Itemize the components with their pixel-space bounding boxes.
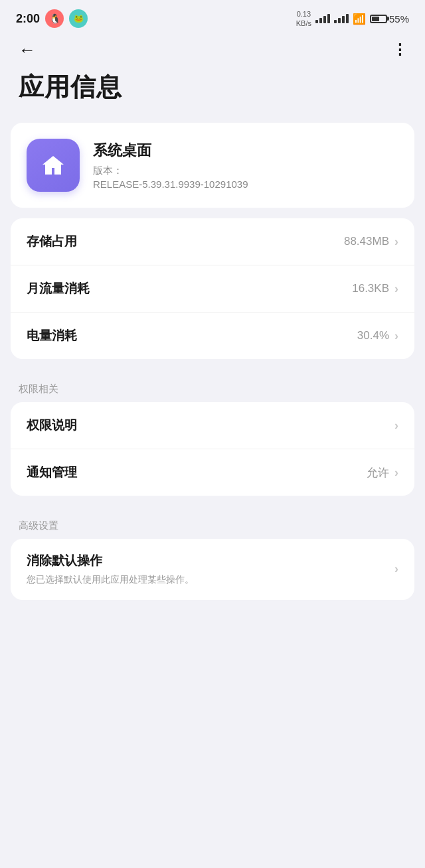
- battery: 55%: [370, 13, 409, 25]
- traffic-label: 月流量消耗: [27, 280, 90, 297]
- network-speed: 0.13 KB/s: [296, 9, 311, 29]
- app-icon: [27, 139, 80, 192]
- traffic-value: 16.3KB: [352, 282, 389, 295]
- storage-right: 88.43MB ›: [344, 235, 398, 249]
- app-version: RELEASE-5.39.31.9939-10291039: [93, 179, 398, 190]
- page-title: 应用信息: [19, 70, 406, 104]
- permissions-desc-row[interactable]: 权限说明 ›: [11, 402, 414, 449]
- info-section: 存储占用 88.43MB › 月流量消耗 16.3KB › 电量消耗 30.4%…: [11, 218, 414, 359]
- bar2: [319, 18, 322, 23]
- more-button[interactable]: ⋮: [392, 41, 406, 58]
- traffic-chevron: ›: [394, 282, 398, 296]
- signal-bars-2: [334, 14, 349, 23]
- permissions-desc-chevron: ›: [394, 419, 398, 433]
- top-nav: ← ⋮: [0, 35, 425, 65]
- permissions-header: 权限相关: [0, 370, 425, 402]
- notification-value: 允许: [367, 465, 389, 480]
- clear-default-content: 消除默认操作 您已选择默认使用此应用处理某些操作。: [27, 552, 394, 587]
- storage-row[interactable]: 存储占用 88.43MB ›: [11, 218, 414, 265]
- status-bar: 2:00 🐧 🐸 0.13 KB/s 📶 55%: [0, 0, 425, 35]
- notification-right: 允许 ›: [367, 465, 398, 480]
- clear-default-desc: 您已选择默认使用此应用处理某些操作。: [27, 573, 394, 587]
- back-button[interactable]: ←: [19, 41, 36, 58]
- battery-percent: 55%: [389, 13, 409, 25]
- traffic-right: 16.3KB ›: [352, 282, 398, 296]
- battery-value: 30.4%: [357, 329, 389, 342]
- time-display: 2:00: [16, 12, 40, 26]
- avatar-2: 🐸: [69, 9, 88, 28]
- battery-row[interactable]: 电量消耗 30.4% ›: [11, 312, 414, 359]
- avatar-1: 🐧: [45, 9, 64, 28]
- notification-label: 通知管理: [27, 464, 77, 481]
- advanced-section: 消除默认操作 您已选择默认使用此应用处理某些操作。 ›: [11, 539, 414, 600]
- notification-chevron: ›: [394, 466, 398, 480]
- battery-label: 电量消耗: [27, 327, 77, 344]
- battery-right: 30.4% ›: [357, 329, 398, 343]
- page-title-container: 应用信息: [0, 65, 425, 123]
- status-right: 0.13 KB/s 📶 55%: [296, 9, 409, 29]
- status-left: 2:00 🐧 🐸: [16, 9, 88, 28]
- battery-fill: [372, 17, 379, 21]
- battery-chevron: ›: [394, 329, 398, 343]
- app-version-label: 版本：: [93, 165, 398, 177]
- battery-icon: [370, 15, 387, 23]
- permissions-section: 权限说明 › 通知管理 允许 ›: [11, 402, 414, 496]
- storage-chevron: ›: [394, 235, 398, 249]
- bar3: [323, 16, 326, 23]
- permissions-desc-right: ›: [394, 419, 398, 433]
- storage-label: 存储占用: [27, 233, 77, 250]
- app-details: 系统桌面 版本： RELEASE-5.39.31.9939-10291039: [93, 141, 398, 190]
- clear-default-row[interactable]: 消除默认操作 您已选择默认使用此应用处理某些操作。 ›: [11, 539, 414, 600]
- signal-bars: [315, 14, 330, 23]
- bar1: [315, 20, 318, 23]
- app-info-card: 系统桌面 版本： RELEASE-5.39.31.9939-10291039: [11, 123, 414, 208]
- permissions-desc-label: 权限说明: [27, 417, 77, 434]
- storage-value: 88.43MB: [344, 235, 389, 248]
- notification-row[interactable]: 通知管理 允许 ›: [11, 449, 414, 496]
- advanced-header: 高级设置: [0, 506, 425, 539]
- clear-default-title: 消除默认操作: [27, 552, 394, 569]
- clear-default-chevron: ›: [394, 562, 398, 576]
- traffic-row[interactable]: 月流量消耗 16.3KB ›: [11, 265, 414, 312]
- wifi-icon: 📶: [353, 13, 366, 25]
- app-name: 系统桌面: [93, 141, 398, 161]
- home-icon: [39, 151, 68, 180]
- bar4: [327, 14, 330, 23]
